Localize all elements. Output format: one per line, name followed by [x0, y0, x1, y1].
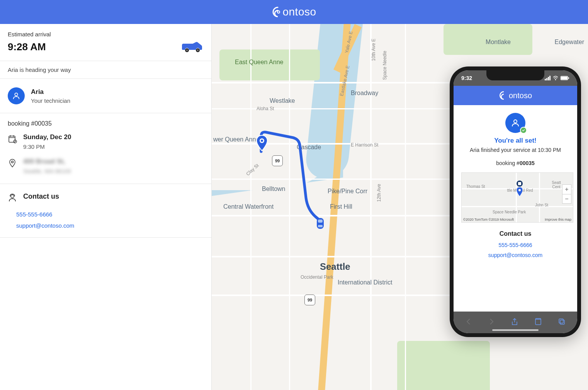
wifi-icon [552, 76, 559, 80]
phone-contact-title: Contact us [461, 230, 569, 237]
map-area[interactable]: Seattle Montlake Edgewater East Queen An… [212, 24, 588, 390]
phone-header: ontoso [454, 86, 577, 105]
svg-point-5 [15, 93, 17, 96]
svg-point-4 [197, 49, 199, 51]
contact-email-link[interactable]: support@contoso.com [0, 222, 211, 238]
person-icon [12, 92, 20, 100]
brand-name: ontoso [282, 6, 316, 18]
svg-rect-6 [9, 136, 15, 142]
svg-rect-24 [561, 77, 568, 80]
phone-contact-email-link[interactable]: support@contoso.com [461, 252, 569, 258]
svg-point-26 [514, 120, 517, 123]
phone-browser-nav [454, 312, 577, 333]
svg-rect-20 [548, 77, 549, 80]
phone-booking: booking #00035 [461, 160, 569, 166]
mini-bus-pin-icon [516, 180, 523, 187]
brand-logo: ontoso [272, 6, 316, 18]
person-icon [511, 118, 520, 128]
contact-title: Contact us [23, 192, 59, 201]
zoom-out-button[interactable]: − [563, 194, 571, 203]
svg-rect-17 [318, 225, 323, 227]
status-text: Aria is heading your way [0, 61, 211, 79]
svg-point-11 [12, 161, 14, 163]
svg-point-29 [518, 189, 521, 191]
svg-rect-31 [560, 320, 564, 324]
phone-avatar [505, 113, 525, 133]
mini-map-improve-link[interactable]: Improve this map [545, 218, 571, 221]
phone-message: Aria finished your service at 10:30 PM [461, 147, 569, 153]
svg-rect-25 [568, 77, 569, 79]
svg-rect-21 [549, 76, 551, 80]
vehicle-marker[interactable] [314, 216, 326, 233]
statusbar-time: 9:32 [461, 75, 472, 81]
sidebar-panel: Estimated arrival 9:28 AM Aria is headin… [0, 24, 212, 390]
zoom-in-button[interactable]: + [563, 185, 571, 194]
mini-location-pin-icon [516, 187, 523, 197]
svg-point-14 [261, 140, 263, 142]
nav-back-button[interactable] [465, 318, 472, 327]
svg-point-22 [555, 79, 556, 80]
svg-rect-28 [518, 182, 521, 185]
booking-address-line1: 400 Broad St, [23, 158, 71, 165]
booking-date: Sunday, Dec 20 [23, 133, 71, 141]
contact-row: Contact us [0, 184, 211, 206]
mini-map-zoom: + − [562, 184, 571, 204]
nav-share-button[interactable] [511, 318, 518, 327]
svg-rect-16 [318, 220, 323, 223]
phone-notch [486, 70, 544, 80]
technician-row: Aria Your technician [0, 79, 211, 113]
booking-date-row: Sunday, Dec 20 9:30 PM [0, 129, 211, 154]
nav-bookmarks-button[interactable] [534, 318, 542, 327]
booking-address-row: 400 Broad St, Seattle, WA 98109 [0, 154, 211, 184]
phone-brand-name: ontoso [509, 91, 532, 100]
phone-overlay: 9:32 ontoso [450, 66, 581, 337]
location-pin-icon [8, 158, 17, 168]
phone-headline: You're all set! [461, 137, 569, 145]
technician-avatar [8, 87, 25, 104]
phone-mini-map[interactable]: Thomas St ttle Mo rail Red John St Space… [461, 172, 573, 223]
eta-time: 9:28 AM [8, 41, 46, 53]
svg-rect-30 [559, 319, 563, 323]
technician-role: Your technician [31, 97, 70, 104]
app-header: ontoso [0, 0, 588, 24]
map-city-label: Seattle [320, 261, 350, 272]
mini-map-attribution: ©2020 TomTom ©2019 Microsoft [463, 218, 514, 221]
contact-phone-link[interactable]: 555-555-6666 [0, 211, 211, 218]
nav-tabs-button[interactable] [558, 318, 566, 327]
technician-name: Aria [31, 88, 70, 96]
booking-label: booking #00035 [8, 120, 204, 127]
nav-forward-button[interactable] [488, 318, 495, 327]
signal-icon [545, 76, 551, 80]
home-indicator [492, 329, 539, 331]
eta-label: Estimated arrival [8, 31, 204, 37]
phone-logo-mark-icon [499, 90, 509, 100]
battery-icon [560, 76, 569, 80]
calendar-icon [8, 134, 17, 143]
svg-point-2 [186, 49, 188, 51]
phone-contact-phone-link[interactable]: 555-555-6666 [461, 242, 569, 248]
svg-rect-19 [546, 78, 547, 80]
headset-icon [8, 193, 17, 203]
svg-rect-18 [545, 79, 546, 80]
van-icon [180, 40, 204, 54]
booking-time: 9:30 PM [23, 143, 71, 150]
destination-pin[interactable] [255, 135, 269, 153]
svg-point-12 [11, 195, 14, 198]
booking-address-line2: Seattle, WA 98109 [23, 168, 71, 174]
svg-point-0 [277, 11, 280, 13]
check-badge-icon [520, 127, 527, 134]
